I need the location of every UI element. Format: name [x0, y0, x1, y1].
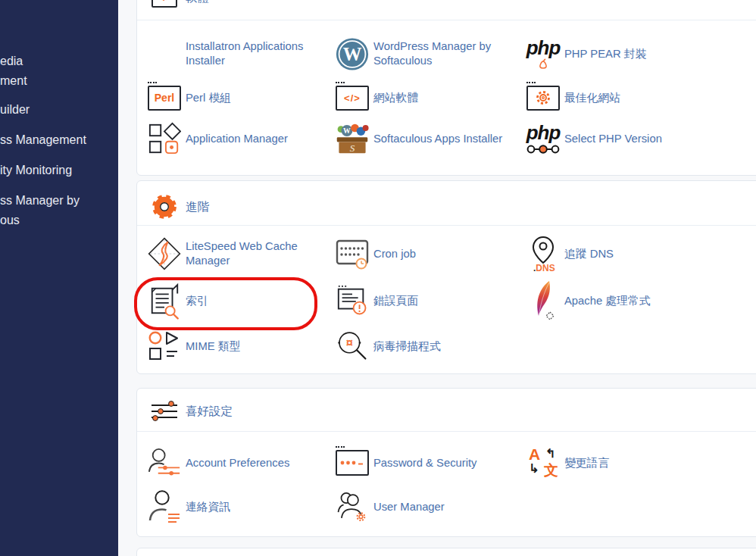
svg-text:¤: ¤	[346, 336, 353, 349]
item-label: LiteSpeed Web Cache Manager	[186, 239, 326, 268]
item-account-preferences[interactable]: Account Preferences	[148, 442, 345, 484]
item-contact-information[interactable]: 連絡資訊	[148, 487, 345, 526]
item-softaculous-installer[interactable]: W S Softaculous Apps Installer	[336, 119, 533, 158]
section-software-header: </> 軟體	[148, 0, 209, 14]
item-user-manager[interactable]: User Manager	[336, 487, 533, 526]
header-divider	[137, 20, 756, 20]
section-software: </> 軟體 Installatron Applications Install…	[136, 0, 756, 176]
index-document-search-icon	[148, 282, 181, 320]
optimize-gear-icon	[526, 86, 560, 111]
item-mime-types[interactable]: MIME 類型	[148, 326, 345, 366]
sidebar-item-security-monitoring[interactable]: ity Monitoring	[0, 161, 72, 180]
apache-feather-icon	[526, 280, 560, 321]
section-next-partial	[136, 548, 756, 556]
item-label: Application Manager	[186, 132, 326, 146]
item-label: 索引	[186, 294, 326, 308]
header-divider	[137, 431, 756, 432]
contact-info-icon	[148, 489, 181, 524]
sidebar-item-wordpress-management[interactable]: ss Management	[0, 130, 86, 150]
item-label: PHP PEAR 封裝	[564, 47, 704, 61]
item-label: Cron job	[373, 247, 514, 261]
item-wordpress-manager[interactable]: W WordPress Manager by Softaculous	[336, 33, 533, 75]
user-manager-icon	[336, 489, 369, 524]
svg-text:W: W	[343, 127, 351, 135]
code-tags-icon: </>	[336, 86, 369, 111]
item-application-manager[interactable]: Application Manager	[148, 119, 345, 158]
softaculous-toolbox-icon: W S	[336, 120, 369, 157]
item-cron-job[interactable]: Cron job	[336, 231, 533, 276]
app-shapes-icon	[148, 121, 181, 156]
item-label: 網站軟體	[373, 91, 514, 105]
php-version-icon: php	[526, 123, 560, 155]
section-title: 軟體	[186, 0, 209, 6]
user-sliders-icon	[148, 445, 181, 480]
item-installatron[interactable]: Installatron Applications Installer	[148, 33, 345, 75]
password-dots-icon	[336, 450, 369, 476]
translate-icon: A ↰ ↳ 文	[526, 446, 560, 479]
mime-shapes-icon	[148, 331, 181, 361]
code-box-icon: </>	[148, 0, 181, 8]
sidebar: edia ment uilder ss Management ity Monit…	[0, 0, 118, 556]
section-preferences-header: 喜好設定	[148, 395, 233, 428]
php-pear-icon: php	[526, 38, 560, 70]
svg-text:.DNS: .DNS	[533, 263, 555, 273]
item-label: Softaculous Apps Installer	[373, 132, 514, 146]
item-indexes[interactable]: 索引	[148, 280, 345, 322]
sidebar-item-wp-manager-softaculous[interactable]: ss Manager by ous	[0, 191, 80, 230]
wordpress-icon: W	[336, 36, 369, 73]
section-title: 喜好設定	[186, 404, 233, 420]
svg-text:W: W	[343, 43, 362, 64]
item-label: 錯誤頁面	[373, 294, 514, 308]
item-label: Perl 模組	[186, 91, 326, 105]
perl-icon: Perl	[148, 86, 181, 111]
sliders-icon	[148, 399, 181, 423]
litespeed-icon	[148, 234, 181, 273]
item-litespeed[interactable]: LiteSpeed Web Cache Manager	[148, 231, 345, 276]
item-select-php-version[interactable]: php Select PHP Version	[526, 119, 723, 158]
dns-pin-icon: .DNS	[526, 235, 560, 273]
item-optimize-website[interactable]: 最佳化網站	[526, 81, 723, 114]
sidebar-item-site-builder[interactable]: uilder	[0, 100, 30, 120]
item-label: 最佳化網站	[564, 91, 704, 105]
item-label: 追蹤 DNS	[564, 247, 704, 261]
item-label: 病毒掃描程式	[373, 339, 514, 354]
gear-icon	[148, 193, 181, 220]
item-label: User Manager	[373, 500, 514, 514]
item-error-pages[interactable]: 錯誤頁面	[336, 280, 533, 322]
item-label: MIME 類型	[186, 339, 326, 354]
cron-calendar-icon	[336, 238, 369, 270]
item-track-dns[interactable]: .DNS 追蹤 DNS	[526, 231, 723, 276]
item-label: Password & Security	[373, 456, 514, 470]
item-perl-modules[interactable]: Perl Perl 模組	[148, 81, 345, 114]
section-advanced-header: 進階	[148, 190, 209, 223]
item-site-software[interactable]: </> 網站軟體	[336, 81, 533, 114]
item-change-language[interactable]: A ↰ ↳ 文 變更語言	[526, 442, 723, 484]
item-label: Select PHP Version	[564, 132, 704, 146]
item-virus-scanner[interactable]: ¤ 病毒掃描程式	[336, 326, 533, 366]
error-page-icon	[336, 285, 369, 317]
virus-scanner-icon: ¤	[336, 328, 369, 364]
section-preferences: 喜好設定 Account Preferences	[136, 388, 756, 537]
item-label: WordPress Manager by Softaculous	[373, 39, 514, 68]
sidebar-item-media-management[interactable]: edia ment	[0, 52, 27, 91]
item-label: Installatron Applications Installer	[186, 39, 326, 68]
svg-text:S: S	[350, 142, 355, 154]
section-advanced: 進階 LiteSpeed Web Cache Manager	[136, 180, 756, 374]
item-label: Account Preferences	[186, 456, 326, 470]
item-label: Apache 處理常式	[564, 294, 704, 308]
item-apache-handlers[interactable]: Apache 處理常式	[526, 280, 723, 322]
item-label: 連絡資訊	[186, 500, 326, 514]
item-label: 變更語言	[564, 456, 704, 470]
item-password-security[interactable]: Password & Security	[336, 442, 533, 484]
header-divider	[137, 225, 756, 226]
item-php-pear[interactable]: php PHP PEAR 封裝	[526, 33, 723, 75]
section-title: 進階	[186, 199, 209, 215]
